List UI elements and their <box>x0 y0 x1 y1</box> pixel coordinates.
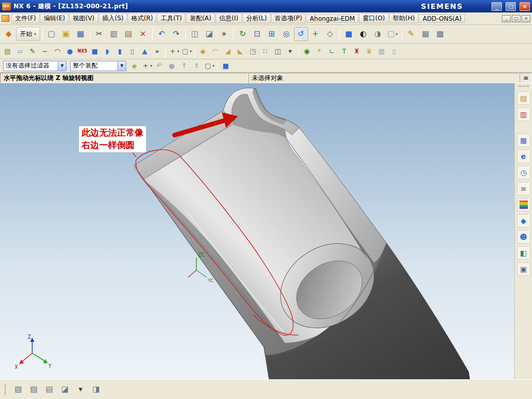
new-layout-button[interactable]: ▤ <box>42 382 57 397</box>
menu-edit[interactable]: 编辑(E) <box>40 14 69 23</box>
snapshot-button[interactable]: ▨ <box>26 382 41 397</box>
boss-button[interactable]: ◆ <box>197 45 209 57</box>
panel-toggle-button[interactable]: ≡ <box>520 73 532 83</box>
constraint-navigator-button[interactable]: ▥ <box>517 108 530 121</box>
start-icon[interactable]: ◆ <box>2 27 16 41</box>
zoom-button[interactable]: ◎ <box>280 27 294 41</box>
cone-button[interactable]: ▲ <box>139 45 151 57</box>
bin-button[interactable]: ▯ <box>388 45 400 57</box>
sheet-button[interactable]: ▦ <box>419 27 433 41</box>
copy-button[interactable]: ▥ <box>107 27 121 41</box>
zoom-window-button[interactable]: ⊞ <box>265 27 279 41</box>
save-button[interactable]: ▦ <box>74 27 88 41</box>
materials-button[interactable]: ◆ <box>517 214 530 228</box>
text-button[interactable]: T <box>338 45 350 57</box>
menu-format[interactable]: 格式(R) <box>128 14 157 23</box>
move-top-button[interactable]: ⇑ <box>191 60 203 72</box>
menu-help[interactable]: 帮助(H) <box>389 14 418 23</box>
orient-view-button[interactable]: ▧ <box>11 382 25 397</box>
paste-button[interactable]: ▤ <box>122 27 136 41</box>
tool-spark-button[interactable]: * <box>313 45 325 57</box>
display-mode-button[interactable]: ◐ <box>356 27 370 41</box>
delete-button[interactable]: × <box>136 27 150 41</box>
row2-overflow-button[interactable]: » <box>151 45 163 57</box>
shaded-button[interactable]: ■ <box>342 27 356 41</box>
row2-caret-button[interactable]: ▾ <box>284 45 296 57</box>
mdi-close-button[interactable]: × <box>522 15 530 22</box>
constraints-button[interactable]: ▤ <box>2 45 14 57</box>
minimize-button[interactable]: _ <box>491 2 502 11</box>
selection-scope-dropdown[interactable]: 整个装配 ▼ <box>70 61 126 71</box>
wave-link-button[interactable]: ♜ <box>351 45 363 57</box>
rotate-button[interactable]: ↺ <box>294 27 308 41</box>
start-button[interactable]: 开始▾ <box>16 27 40 41</box>
menu-tools[interactable]: 工具(T) <box>157 14 185 23</box>
menu-window[interactable]: 窗口(O) <box>359 14 389 23</box>
history-button[interactable]: ◷ <box>517 166 530 179</box>
menu-addons[interactable]: ADD-ONS(A) <box>419 15 465 23</box>
cylinder-button[interactable]: ● <box>64 45 76 57</box>
customize-button[interactable]: ▩ <box>433 27 447 41</box>
undo-button[interactable]: ↶ <box>155 27 169 41</box>
rectangle-button[interactable]: ▢▾ <box>180 45 192 57</box>
extra-tool-button[interactable]: ◨ <box>89 382 103 397</box>
edge-blend-button[interactable]: ◠ <box>209 45 221 57</box>
draft-button[interactable]: ◣ <box>234 45 246 57</box>
maximize-button[interactable]: □ <box>506 2 516 11</box>
bottombar-grip[interactable] <box>5 384 8 395</box>
nx5-compat-button[interactable]: NX5 <box>76 45 88 57</box>
block-button[interactable]: ▮ <box>114 45 126 57</box>
menu-file[interactable]: 文件(F) <box>11 14 39 23</box>
point-button[interactable]: +▾ <box>168 45 180 57</box>
scope-filter-button[interactable]: ◈ <box>128 60 140 72</box>
web-browser-button[interactable]: ◧ <box>517 246 530 260</box>
measure-button[interactable]: ∟ <box>326 45 338 57</box>
move-up-button[interactable]: ↑ <box>178 60 190 72</box>
menu-analysis[interactable]: 分析(L) <box>243 14 271 23</box>
paste-display-button[interactable]: ◪ <box>203 27 217 41</box>
pattern-button[interactable]: ∷ <box>259 45 271 57</box>
menu-preferences[interactable]: 首选项(P) <box>271 14 306 23</box>
drafting-button[interactable]: ✎ <box>404 27 418 41</box>
new-button[interactable]: ▢ <box>45 27 59 41</box>
selection-scope-caret-icon[interactable]: ▼ <box>117 61 126 71</box>
marquee-button[interactable]: ▢▾ <box>203 60 215 72</box>
mdi-restore-button[interactable]: □ <box>512 15 521 22</box>
datum-plane-button[interactable]: ▱ <box>14 45 26 57</box>
sidebar-grip[interactable] <box>518 86 529 89</box>
close-button[interactable]: × <box>520 2 530 11</box>
chamfer-button[interactable]: ◢ <box>222 45 234 57</box>
open-button[interactable]: ▣ <box>59 27 73 41</box>
crown-tool-button[interactable]: ♛ <box>363 45 375 57</box>
snap-view-button[interactable]: ◇ <box>323 27 337 41</box>
mold-check-button[interactable]: ◉ <box>301 45 313 57</box>
mirror-button[interactable]: ◫ <box>272 45 284 57</box>
regenerate-button[interactable]: ↻ <box>236 27 250 41</box>
shaded-toggle-button[interactable]: ■ <box>220 60 232 72</box>
columns-button[interactable]: ▥ <box>376 45 388 57</box>
fit-view-button[interactable]: ⊡ <box>250 27 264 41</box>
snap-ball-button[interactable]: ● <box>166 60 178 72</box>
selection-filter-dropdown[interactable]: 没有选择过滤器 ▼ <box>3 61 66 71</box>
tube-button[interactable]: ▯ <box>126 45 138 57</box>
bottom-caret-button[interactable]: ▾ <box>73 382 88 397</box>
export-view-button[interactable]: ◪ <box>58 382 72 397</box>
background-button[interactable]: ▢▾ <box>385 27 400 41</box>
shell-button[interactable]: ◳ <box>247 45 259 57</box>
menu-assemblies[interactable]: 装配(A) <box>186 14 215 23</box>
menu-view[interactable]: 视图(V) <box>69 14 98 23</box>
copy-display-button[interactable]: ◫ <box>188 27 202 41</box>
part-navigator-button[interactable]: ▦ <box>517 134 530 147</box>
menu-ahongzai-edm[interactable]: Ahongzai-EDM <box>306 15 358 23</box>
redo-button[interactable]: ↷ <box>169 27 183 41</box>
pan-button[interactable]: + <box>309 27 323 41</box>
menu-insert[interactable]: 插入(S) <box>99 14 127 23</box>
roles-button[interactable]: ☻ <box>517 230 530 244</box>
revolve-button[interactable]: ◗ <box>101 45 113 57</box>
monitor-button[interactable]: ▣ <box>517 262 530 276</box>
sketch-button[interactable]: ✎ <box>26 45 38 57</box>
general-undo-button[interactable]: ↶ <box>153 60 165 72</box>
menu-information[interactable]: 信息(I) <box>216 14 242 23</box>
cut-button[interactable]: ✂ <box>92 27 107 41</box>
add-filter-button[interactable]: +▾ <box>141 60 153 72</box>
